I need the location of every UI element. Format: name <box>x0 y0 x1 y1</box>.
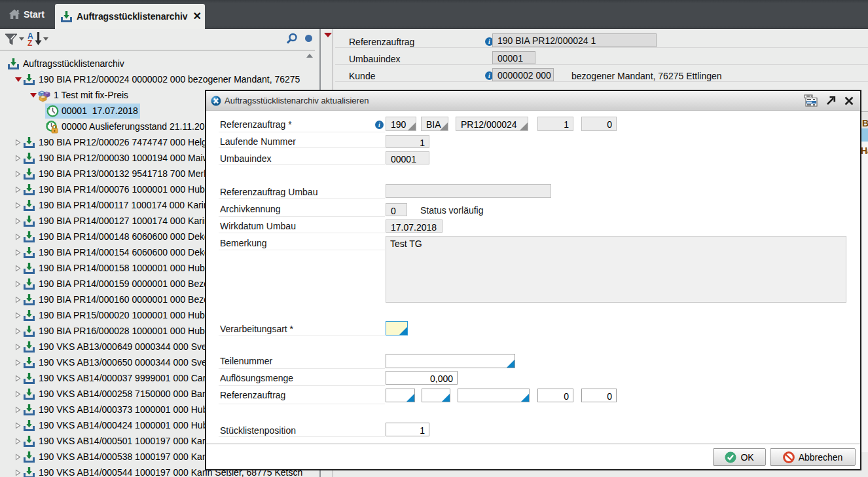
tree-item-label: 190 BIA PR14/000076 1000001 000 Hube <box>39 184 210 195</box>
expander-closed-icon[interactable] <box>15 312 21 319</box>
expander-closed-icon[interactable] <box>15 359 21 366</box>
expander-closed-icon[interactable] <box>15 469 21 476</box>
referenzauftrag2-mandant-combo[interactable] <box>386 389 415 402</box>
expander-closed-icon[interactable] <box>15 422 21 429</box>
archive-download-icon <box>22 419 36 432</box>
tree-item[interactable]: Auftragsstücklistenarchiv <box>0 56 319 71</box>
referenzauftrag-upos-field[interactable]: 0 <box>581 117 617 131</box>
blue-dot-icon[interactable] <box>305 35 312 42</box>
tab-close-icon[interactable]: ✕ <box>192 11 201 22</box>
referenzauftrag2-typ-combo[interactable] <box>422 389 450 402</box>
archive-download-icon <box>22 167 36 181</box>
tab-active-label: Auftragsstücklistenarchiv <box>77 11 187 22</box>
umbauindex-field[interactable]: 00001 <box>386 151 429 164</box>
expander-closed-icon[interactable] <box>15 265 21 272</box>
row-underline <box>219 436 385 437</box>
expander-closed-icon[interactable] <box>15 170 21 178</box>
verarbeitungsart-combo[interactable] <box>386 321 408 335</box>
expander-closed-icon[interactable] <box>15 233 21 240</box>
home-icon <box>8 8 21 21</box>
aufloesungsmenge-field[interactable]: 0,000 <box>386 371 458 385</box>
expander-closed-icon[interactable] <box>15 139 21 146</box>
referenzauftrag-umbau-field[interactable] <box>386 184 551 198</box>
tree-item-label: 190 BIA PR14/000160 0000001 000 Bezo <box>39 294 209 305</box>
expander-closed-icon[interactable] <box>15 218 21 225</box>
expander-closed-icon[interactable] <box>15 375 21 382</box>
umbauindex-field[interactable]: 00001 <box>492 51 535 64</box>
expander-closed-icon[interactable] <box>15 280 21 288</box>
svg-text:Z: Z <box>27 39 32 47</box>
archivkennung-field[interactable]: 0 <box>386 203 407 216</box>
dialog-close-icon[interactable] <box>844 96 854 105</box>
row-underline <box>219 385 385 386</box>
clock-locked-icon <box>45 120 59 134</box>
cancel-button-label: Abbrechen <box>799 452 843 463</box>
expander-open-icon[interactable] <box>30 93 37 98</box>
update-dialog: Auftragsstücklistenarchiv aktualisieren <box>205 90 861 470</box>
dialog-form-view-icon[interactable] <box>804 94 818 107</box>
funnel-caret-icon[interactable] <box>19 37 24 41</box>
tree-selected-item[interactable]: 00001 17.07.2018 <box>45 104 140 119</box>
tab-start[interactable]: Start <box>0 0 54 29</box>
archive-download-icon <box>22 340 36 354</box>
expander-closed-icon[interactable] <box>15 202 21 209</box>
expander-closed-icon[interactable] <box>15 438 21 445</box>
expander-closed-icon[interactable] <box>15 249 21 256</box>
teilenummer-combo[interactable] <box>386 354 515 368</box>
az-sort-icon[interactable]: A Z <box>27 31 45 47</box>
referenzauftrag-nummer-combo[interactable]: PR12/000024 <box>456 117 528 131</box>
tab-archive-icon <box>60 10 73 24</box>
expander-closed-icon[interactable] <box>15 296 21 303</box>
expander-closed-icon[interactable] <box>15 453 21 461</box>
ok-button[interactable]: OK <box>713 448 766 466</box>
archivkennung-status-text: Status vorläufig <box>420 205 484 216</box>
az-sort-caret-icon[interactable] <box>43 37 48 41</box>
row-underline <box>219 368 385 369</box>
referenzauftrag-typ-combo[interactable]: BIA <box>421 117 448 131</box>
info-icon[interactable]: i <box>375 121 384 129</box>
tree-item[interactable]: 190 BIA PR12/000024 0000002 000 bezogene… <box>0 71 319 87</box>
archive-download-icon <box>22 434 36 448</box>
collapse-panel-icon[interactable] <box>324 33 332 37</box>
tree-item-label: 190 BIA PR12/000030 1000194 000 Maiwa <box>39 153 215 163</box>
wirkdatum-umbau-field[interactable]: 17.07.2018 <box>386 219 443 233</box>
expander-closed-icon[interactable] <box>15 391 21 398</box>
expander-closed-icon[interactable] <box>15 328 21 335</box>
kunde-field[interactable]: 0000002 000 <box>492 68 554 81</box>
row-underline <box>219 335 385 335</box>
field-label: Umbauindex <box>220 153 272 164</box>
expander-closed-icon[interactable] <box>15 343 21 351</box>
cancel-button[interactable]: Abbrechen <box>770 448 856 466</box>
tree-toolbar: A Z <box>0 29 319 50</box>
referenzauftrag2-nummer-combo[interactable] <box>458 389 530 402</box>
laufende-nummer-field[interactable]: 1 <box>386 135 429 148</box>
magnifier-icon[interactable] <box>285 33 298 45</box>
referenzauftrag-mandant-combo[interactable]: 190 <box>386 117 416 131</box>
footer-separator <box>206 444 860 444</box>
tree-item-label: 190 BIA PR12/000026 7474747 000 Helga <box>39 137 212 147</box>
expander-closed-icon[interactable] <box>15 155 21 162</box>
referenzauftrag2-upos-field[interactable]: 0 <box>581 389 617 402</box>
dialog-title-bar[interactable]: Auftragsstücklistenarchiv aktualisieren <box>206 91 860 111</box>
dialog-popout-icon[interactable] <box>826 96 836 105</box>
stuecklistenposition-field[interactable]: 1 <box>386 423 429 436</box>
grid-header-fragment: B <box>862 118 868 128</box>
field-label: Archivkennung <box>220 204 281 214</box>
field-label: Referenzauftrag <box>220 390 285 400</box>
referenzauftrag-pos-field[interactable]: 1 <box>537 117 573 131</box>
bemerkung-textarea[interactable]: Test TG <box>386 236 846 303</box>
referenzauftrag-field[interactable]: 190 BIA PR12/000024 1 <box>492 33 657 47</box>
expander-closed-icon[interactable] <box>15 406 21 413</box>
expander-closed-icon[interactable] <box>15 186 21 193</box>
expander-open-icon[interactable] <box>15 77 22 82</box>
referenzauftrag2-pos-field[interactable]: 0 <box>537 389 573 402</box>
tree-item-label: 00001 17.07.2018 <box>62 105 138 116</box>
tab-auftragsstuecklistenarchiv[interactable]: Auftragsstücklistenarchiv ✕ <box>55 4 205 29</box>
tree-item-label: 190 VKS AB13/000649 0000344 000 Sven <box>39 341 212 352</box>
archive-download-icon <box>22 183 36 197</box>
archive-download-icon <box>22 403 36 417</box>
funnel-filter-icon[interactable] <box>4 32 18 47</box>
tree-item-label: 190 BIA PR14/000127 1000174 000 Karin <box>39 216 209 226</box>
field-label: Teilenummer <box>220 356 272 366</box>
archive-download-icon <box>22 387 36 401</box>
